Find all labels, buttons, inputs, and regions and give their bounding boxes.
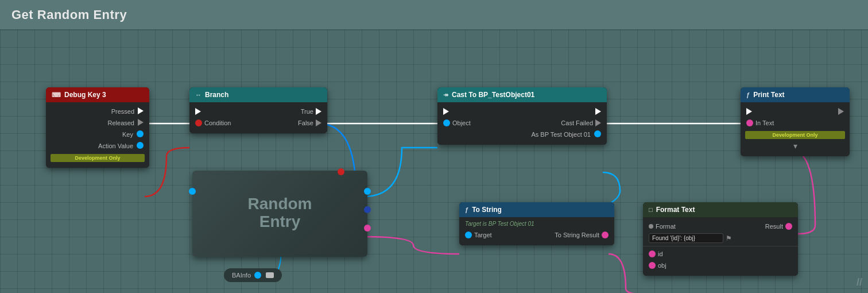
- cast-failed-label: Cast Failed: [561, 119, 593, 126]
- cast-object-row: Object Cast Failed: [437, 117, 607, 129]
- keyboard-icon: ⌨: [52, 91, 61, 99]
- branch-title: Branch: [205, 91, 228, 99]
- false-pin: [316, 119, 321, 126]
- print-text-dev-badge: Development Only: [745, 131, 845, 139]
- random-entry-body: RandomEntry: [192, 171, 367, 257]
- cast-exec-row: [437, 106, 607, 117]
- to-string-result-pin: [602, 232, 609, 238]
- format-icon: □: [649, 206, 653, 213]
- expand-chevron[interactable]: ▾: [741, 140, 850, 152]
- key-label: Key: [122, 131, 133, 138]
- print-text-header: ƒ Print Text: [741, 87, 850, 102]
- false-label: False: [298, 119, 313, 126]
- false-group: False: [298, 119, 321, 126]
- branch-body: True Condition False: [189, 102, 327, 133]
- format-input-group: ⚑: [649, 233, 792, 243]
- cast-icon: ↠: [443, 91, 448, 99]
- as-bp-pin: [594, 130, 601, 137]
- format-label: Format: [656, 223, 676, 230]
- re-red-pin: [338, 168, 344, 175]
- to-string-row: Target To String Result: [459, 229, 614, 241]
- id-label: id: [658, 250, 663, 257]
- target-group: Target: [465, 232, 492, 238]
- true-pin: [316, 108, 321, 115]
- bainfo-pin: [254, 272, 261, 279]
- result-pin: [785, 223, 792, 230]
- format-text-body: Format Result ⚑ id obj: [643, 217, 798, 276]
- re-out-blue2: [364, 206, 371, 213]
- blueprint-canvas[interactable]: ⌨ Debug Key 3 Pressed Released Key A: [0, 30, 868, 293]
- bainfo-label: BAInfo: [232, 272, 251, 279]
- in-text-label: In Text: [755, 119, 774, 126]
- action-value-pin: [137, 142, 144, 150]
- branch-node: ↔ Branch True Condition False: [189, 87, 327, 133]
- to-string-subtitle: Target is BP Test Object 01: [459, 221, 614, 229]
- branch-exec-row: True: [189, 106, 327, 117]
- as-bp-pin-wrap: [594, 130, 601, 138]
- print-exec-in: [746, 108, 752, 115]
- pressed-row: Pressed: [46, 106, 149, 117]
- title-bar: Get Random Entry: [0, 0, 868, 30]
- target-label: Target: [474, 232, 492, 238]
- id-row: id: [643, 248, 798, 260]
- released-row: Released: [46, 117, 149, 129]
- to-string-result-group: To String Result: [555, 232, 609, 238]
- print-text-node: ƒ Print Text In Text Development Only ▾: [741, 87, 850, 156]
- action-value-row: Action Value: [46, 140, 149, 152]
- obj-row: obj: [643, 260, 798, 271]
- result-label: Result: [765, 223, 783, 230]
- branch-exec-in: [195, 108, 201, 115]
- to-string-node: ƒ To String Target is BP Test Object 01 …: [459, 202, 614, 245]
- pressed-pin: [138, 107, 144, 115]
- bainfo-node: BAInfo: [224, 268, 282, 282]
- object-group: Object: [443, 119, 471, 126]
- cast-failed-pin: [595, 119, 601, 126]
- to-string-body: Target is BP Test Object 01 Target To St…: [459, 217, 614, 245]
- key-row: Key: [46, 129, 149, 140]
- cast-exec-in: [443, 108, 449, 115]
- as-bp-row: As BP Test Object 01: [437, 129, 607, 140]
- obj-pin: [649, 262, 656, 269]
- to-string-header: ƒ To String: [459, 202, 614, 217]
- object-pin: [443, 119, 450, 126]
- bainfo-icon: [266, 272, 274, 278]
- condition-label: Condition: [204, 119, 231, 126]
- as-bp-label: As BP Test Object 01: [531, 131, 591, 138]
- format-input[interactable]: [649, 233, 723, 243]
- condition-pin: [195, 119, 202, 126]
- re-out-blue: [364, 188, 371, 195]
- released-label: Released: [108, 119, 134, 126]
- id-pin: [649, 250, 656, 257]
- print-func-icon: ƒ: [746, 91, 750, 98]
- random-entry-node: RandomEntry: [192, 171, 367, 257]
- cast-exec-out: [595, 108, 601, 115]
- cast-to-bp-node: ↠ Cast To BP_TestObject01 Object Cast Fa…: [437, 87, 607, 145]
- result-group: Result: [765, 223, 792, 230]
- obj-label: obj: [658, 262, 666, 269]
- print-exec-out: [838, 108, 844, 115]
- format-left: Format: [649, 223, 676, 230]
- key-pin: [137, 130, 144, 138]
- object-label: Object: [452, 119, 471, 126]
- flag-icon: ⚑: [726, 234, 732, 242]
- in-text-row: In Text: [741, 117, 850, 129]
- released-pin: [138, 119, 144, 127]
- format-text-header: □ Format Text: [643, 202, 798, 217]
- format-text-node: □ Format Text Format Result ⚑: [643, 202, 798, 276]
- random-entry-left-pins: [189, 188, 196, 195]
- to-string-title: To String: [472, 206, 502, 214]
- re-out-pink: [364, 225, 371, 232]
- branch-icon: ↔: [195, 91, 202, 98]
- print-exec-row: [741, 106, 850, 117]
- print-text-body: In Text Development Only ▾: [741, 102, 850, 156]
- page-title: Get Random Entry: [11, 7, 127, 22]
- in-text-pin: [746, 119, 753, 126]
- format-in-pin: [649, 224, 653, 229]
- to-string-icon: ƒ: [465, 206, 468, 213]
- random-entry-right-pins: [364, 188, 371, 232]
- debug-key-node: ⌨ Debug Key 3 Pressed Released Key A: [46, 87, 149, 168]
- watermark: //: [857, 276, 862, 288]
- re-top-red: [338, 167, 344, 178]
- debug-key-body: Pressed Released Key Action Value Develo…: [46, 102, 149, 168]
- branch-header: ↔ Branch: [189, 87, 327, 102]
